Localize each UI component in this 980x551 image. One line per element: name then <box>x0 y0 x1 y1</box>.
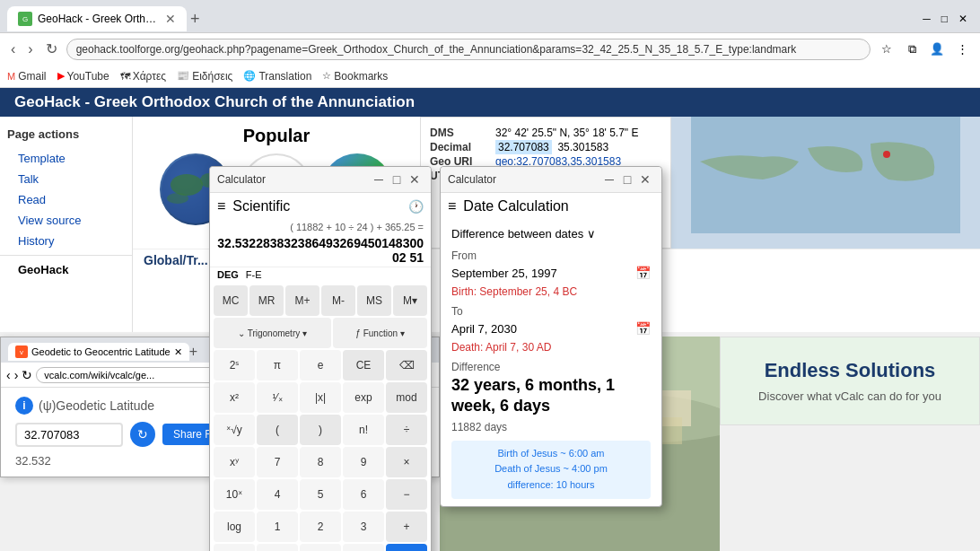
date-calc-hamburger-icon[interactable]: ≡ <box>448 198 456 214</box>
one-button[interactable]: 1 <box>257 512 298 542</box>
date-to-calendar-icon[interactable]: 📅 <box>635 321 651 336</box>
reload-button[interactable]: ↻ <box>42 39 61 59</box>
info-icon: i <box>15 397 33 415</box>
restore-button[interactable]: □ <box>936 11 953 27</box>
two-button[interactable]: 2 <box>300 512 341 542</box>
six-button[interactable]: 6 <box>343 479 384 510</box>
fact-button[interactable]: n! <box>343 415 384 445</box>
mc-button[interactable]: MC <box>214 285 248 316</box>
back-button[interactable]: ‹ <box>7 39 19 59</box>
inv-button[interactable]: ¹⁄ₓ <box>257 382 298 413</box>
vcalc-new-tab-button[interactable]: + <box>189 344 197 360</box>
calc-row-6: log 1 2 3 + <box>214 512 427 542</box>
negate-button[interactable]: +/- <box>257 544 298 551</box>
date-to-hint: Death: April 7, 30 AD <box>451 341 651 354</box>
five-button[interactable]: 5 <box>300 479 341 510</box>
sidebar-item-read[interactable]: Read <box>0 189 132 210</box>
calc-deg-label[interactable]: DEG <box>217 269 239 280</box>
mod-button[interactable]: mod <box>386 382 427 413</box>
bookmark-maps[interactable]: 🗺 Χάρτες <box>120 70 166 83</box>
equals-button[interactable]: = <box>386 544 427 551</box>
date-calc-minimize-button[interactable]: ─ <box>600 171 618 188</box>
calc-maximize-button[interactable]: □ <box>388 171 406 188</box>
mminus-button[interactable]: M- <box>321 285 355 316</box>
close-button[interactable]: ✕ <box>953 11 973 27</box>
calc-hamburger-icon[interactable]: ≡ <box>217 198 225 214</box>
maps-icon: 🗺 <box>120 71 130 82</box>
four-button[interactable]: 4 <box>257 479 298 510</box>
backspace-button[interactable]: ⌫ <box>386 350 427 380</box>
calc-close-button[interactable]: ✕ <box>406 171 424 188</box>
date-from-calendar-icon[interactable]: 📅 <box>635 266 651 280</box>
lparen-button[interactable]: ( <box>257 415 298 445</box>
e-button[interactable]: e <box>300 350 341 380</box>
bookmark-youtube[interactable]: ▶ YouTube <box>57 70 109 83</box>
mplus-button[interactable]: M+ <box>285 285 319 316</box>
vcalc-back-button[interactable]: ‹ <box>6 368 11 382</box>
mr-button[interactable]: MR <box>249 285 284 316</box>
div-button[interactable]: ÷ <box>386 415 427 445</box>
vcalc-reload-button[interactable]: ↻ <box>22 368 32 382</box>
bookmark-star-icon[interactable]: ☆ <box>876 39 897 60</box>
10x-button[interactable]: 10ˣ <box>214 479 255 510</box>
vcalc-forward-button[interactable]: › <box>14 368 19 382</box>
add-button[interactable]: + <box>386 512 427 542</box>
function-button[interactable]: ƒ Function ▾ <box>333 318 427 348</box>
calc-history-icon[interactable]: 🕐 <box>408 199 424 214</box>
date-diff-mode[interactable]: Difference between dates ∨ <box>451 227 651 241</box>
xrty-button[interactable]: ˣ√y <box>214 415 255 445</box>
vcalc-tab[interactable]: v Geodetic to Geocentric Latitude ✕ <box>8 343 189 361</box>
vcalc-latitude-input[interactable] <box>15 423 123 447</box>
seven-button[interactable]: 7 <box>257 447 298 477</box>
rparen-button[interactable]: ) <box>300 415 341 445</box>
decimal-button[interactable]: . <box>343 544 384 551</box>
minimize-button[interactable]: ─ <box>917 11 936 27</box>
log-button[interactable]: log <box>214 512 255 542</box>
x2-button[interactable]: x² <box>214 382 255 413</box>
mmenu-button[interactable]: M▾ <box>393 285 427 316</box>
date-calc-maximize-button[interactable]: □ <box>618 171 636 188</box>
calc-minimize-button[interactable]: ─ <box>370 171 388 188</box>
profile-icon[interactable]: 👤 <box>926 39 948 60</box>
bookmark-gmail[interactable]: M Gmail <box>7 70 47 83</box>
trig-button[interactable]: ⌄ Trigonometry ▾ <box>214 318 331 348</box>
2s-button[interactable]: 2ˢ <box>214 350 255 380</box>
three-button[interactable]: 3 <box>343 512 384 542</box>
sidebar: Page actions Template Talk Read View sou… <box>0 117 133 332</box>
bookmark-bookmarks[interactable]: ☆ Bookmarks <box>322 70 388 83</box>
sidebar-item-geohack[interactable]: GeoHack <box>0 259 132 280</box>
ln-button[interactable]: ln <box>214 544 255 551</box>
sidebar-item-talk[interactable]: Talk <box>0 169 132 189</box>
bookmark-translate[interactable]: 🌐 Translation <box>243 70 311 83</box>
ce-button[interactable]: CE <box>343 350 384 380</box>
eight-button[interactable]: 8 <box>300 447 341 477</box>
calc-row-4: xʸ 7 8 9 × <box>214 447 427 477</box>
address-bar[interactable] <box>66 39 871 60</box>
pi-button[interactable]: π <box>257 350 298 380</box>
date-calc-close-button[interactable]: ✕ <box>636 171 654 188</box>
mult-button[interactable]: × <box>386 447 427 477</box>
sidebar-item-history[interactable]: History <box>0 231 132 251</box>
page-title: GeoHack - Greek Orthodox Church of the A… <box>14 93 415 110</box>
vcalc-refresh-button[interactable]: ↻ <box>130 422 155 447</box>
tab-close-button[interactable]: ✕ <box>165 12 176 26</box>
bookmark-news[interactable]: 📰 Ειδήσεις <box>177 70 232 83</box>
calc-row-7: ln +/- 0 . = <box>214 544 427 551</box>
abs-button[interactable]: |x| <box>300 382 341 413</box>
exp-button[interactable]: exp <box>343 382 384 413</box>
zero-button[interactable]: 0 <box>300 544 341 551</box>
map-preview[interactable] <box>671 117 980 249</box>
ms-button[interactable]: MS <box>357 285 391 316</box>
forward-button[interactable]: › <box>24 39 36 59</box>
nine-button[interactable]: 9 <box>343 447 384 477</box>
more-icon[interactable]: ⋮ <box>951 39 973 60</box>
sidebar-item-template[interactable]: Template <box>0 148 132 169</box>
extension-icon[interactable]: ⧉ <box>901 39 923 60</box>
sub-button[interactable]: − <box>386 479 427 510</box>
calc-fe-label[interactable]: F-E <box>246 269 262 280</box>
vcalc-tab-close[interactable]: ✕ <box>174 346 182 358</box>
browser-tab[interactable]: G GeoHack - Greek Orthodox Chu... ✕ <box>7 6 187 31</box>
new-tab-button[interactable]: + <box>190 10 200 29</box>
sidebar-item-view-source[interactable]: View source <box>0 210 132 231</box>
xpowy-button[interactable]: xʸ <box>214 447 255 477</box>
